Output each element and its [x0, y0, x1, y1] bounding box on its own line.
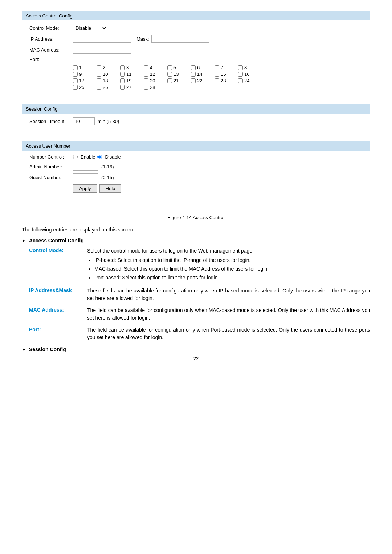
- port-16[interactable]: 16: [238, 71, 262, 77]
- port-19-checkbox[interactable]: [120, 78, 125, 83]
- port-17[interactable]: 17: [73, 78, 97, 83]
- section-access-control: ► Access Control Config: [22, 238, 370, 243]
- port-23[interactable]: 23: [215, 78, 238, 83]
- disable-label[interactable]: Disable: [105, 154, 121, 160]
- port-20[interactable]: 20: [144, 78, 167, 83]
- access-control-desc-table: Control Mode: Select the control mode fo…: [29, 247, 370, 341]
- port-16-checkbox[interactable]: [238, 72, 243, 77]
- port-25[interactable]: 25: [73, 85, 97, 90]
- port-label-row: Port:: [29, 57, 363, 62]
- port-7-checkbox[interactable]: [215, 65, 219, 70]
- port-9-checkbox[interactable]: [73, 72, 78, 77]
- port-24[interactable]: 24: [238, 78, 262, 83]
- disable-radio[interactable]: [97, 155, 102, 159]
- port-22[interactable]: 22: [191, 78, 215, 83]
- port-28-checkbox[interactable]: [144, 85, 148, 90]
- port-23-checkbox[interactable]: [215, 78, 219, 83]
- port-18-checkbox[interactable]: [97, 78, 101, 83]
- guest-number-hint: (0-15): [101, 175, 114, 180]
- port-1[interactable]: 1: [73, 65, 97, 70]
- session-config-header: Session Config: [22, 104, 370, 114]
- port-27[interactable]: 27: [120, 85, 144, 90]
- help-button[interactable]: Help: [99, 184, 122, 193]
- port-4-checkbox[interactable]: [144, 65, 148, 70]
- port-1-checkbox[interactable]: [73, 65, 78, 70]
- port-13-checkbox[interactable]: [167, 72, 172, 77]
- port-12[interactable]: 12: [144, 71, 167, 77]
- session-timeout-hint: min (5-30): [98, 119, 119, 124]
- action-buttons-row: Apply Help: [73, 184, 363, 193]
- mac-address-row: MAC Address:: [29, 46, 363, 54]
- port-21[interactable]: 21: [167, 78, 191, 83]
- port-9[interactable]: 9: [73, 71, 97, 77]
- port-row-4: 25 26 27 28: [73, 85, 363, 90]
- def-control-mode-text: Select the control mode for users to log…: [87, 248, 254, 254]
- port-19[interactable]: 19: [120, 78, 144, 83]
- port-5[interactable]: 5: [167, 65, 191, 70]
- port-4[interactable]: 4: [144, 65, 167, 70]
- port-12-checkbox[interactable]: [144, 72, 148, 77]
- ip-address-input[interactable]: [73, 35, 131, 43]
- bullet-ip: IP-based: Select this option to limit th…: [94, 257, 370, 264]
- port-14-checkbox[interactable]: [191, 72, 196, 77]
- port-2[interactable]: 2: [97, 65, 120, 70]
- access-user-number-body: Number Control: Enable Disable Admin Num…: [22, 151, 370, 201]
- desc-row-port: Port: The field can be available for con…: [29, 326, 370, 341]
- port-20-checkbox[interactable]: [144, 78, 148, 83]
- arrow-icon-2: ►: [22, 347, 26, 352]
- def-ip: These fields can be available for config…: [87, 287, 370, 302]
- intro-text: The following entries are displayed on t…: [22, 227, 370, 233]
- port-15[interactable]: 15: [215, 71, 238, 77]
- section-session-config-title: Session Config: [29, 346, 66, 352]
- port-24-checkbox[interactable]: [238, 78, 243, 83]
- session-timeout-label: Session Timeout:: [29, 119, 73, 124]
- port-17-checkbox[interactable]: [73, 78, 78, 83]
- port-6-checkbox[interactable]: [191, 65, 196, 70]
- session-config-panel: Session Config Session Timeout: min (5-3…: [22, 104, 370, 134]
- enable-label[interactable]: Enable: [81, 154, 95, 160]
- page-number: 22: [22, 356, 370, 361]
- port-8[interactable]: 8: [238, 65, 262, 70]
- port-15-checkbox[interactable]: [215, 72, 219, 77]
- port-3-checkbox[interactable]: [120, 65, 125, 70]
- port-25-checkbox[interactable]: [73, 85, 78, 90]
- port-11-checkbox[interactable]: [120, 72, 125, 77]
- port-10[interactable]: 10: [97, 71, 120, 77]
- control-mode-label: Control Mode:: [29, 25, 73, 31]
- access-user-number-panel: Access User Number Number Control: Enabl…: [22, 141, 370, 201]
- port-26[interactable]: 26: [97, 85, 120, 90]
- guest-number-input[interactable]: [73, 173, 98, 181]
- session-timeout-row: Session Timeout: min (5-30): [29, 117, 363, 125]
- port-14[interactable]: 14: [191, 71, 215, 77]
- port-6[interactable]: 6: [191, 65, 215, 70]
- term-port: Port:: [29, 326, 87, 332]
- def-port: The field can be available for configura…: [87, 326, 370, 341]
- port-8-checkbox[interactable]: [238, 65, 243, 70]
- control-mode-row: Control Mode: Disable IP-based MAC-based…: [29, 24, 363, 32]
- port-21-checkbox[interactable]: [167, 78, 172, 83]
- mac-address-input[interactable]: [73, 46, 131, 54]
- port-26-checkbox[interactable]: [97, 85, 101, 90]
- def-mac: The field can be available for configura…: [87, 307, 370, 322]
- admin-number-row: Admin Number: (1-16): [29, 163, 363, 171]
- arrow-icon-1: ►: [22, 238, 26, 243]
- port-13[interactable]: 13: [167, 71, 191, 77]
- port-3[interactable]: 3: [120, 65, 144, 70]
- control-mode-select[interactable]: Disable IP-based MAC-based Port-based: [73, 24, 107, 32]
- port-22-checkbox[interactable]: [191, 78, 196, 83]
- port-27-checkbox[interactable]: [120, 85, 125, 90]
- term-mac: MAC Address:: [29, 307, 87, 313]
- mask-input[interactable]: [151, 35, 209, 43]
- apply-button[interactable]: Apply: [73, 184, 97, 193]
- port-5-checkbox[interactable]: [167, 65, 172, 70]
- port-2-checkbox[interactable]: [97, 65, 101, 70]
- port-7[interactable]: 7: [215, 65, 238, 70]
- term-control-mode: Control Mode:: [29, 247, 87, 253]
- admin-number-input[interactable]: [73, 163, 98, 171]
- session-timeout-input[interactable]: [73, 117, 95, 125]
- port-10-checkbox[interactable]: [97, 72, 101, 77]
- enable-radio[interactable]: [73, 155, 78, 159]
- port-18[interactable]: 18: [97, 78, 120, 83]
- port-28[interactable]: 28: [144, 85, 167, 90]
- port-11[interactable]: 11: [120, 71, 144, 77]
